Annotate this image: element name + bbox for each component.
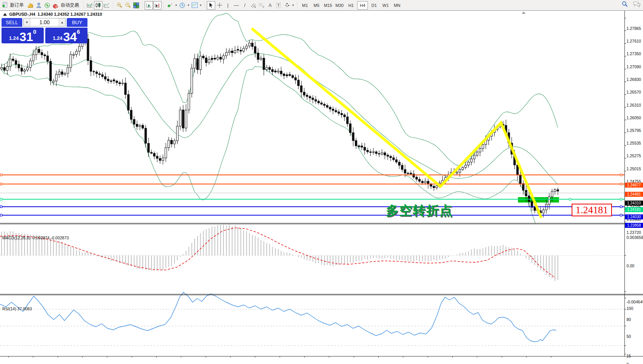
vertical-line-tool[interactable]: | xyxy=(224,1,232,10)
horizontal-line-tool[interactable]: — xyxy=(232,1,241,10)
fibonacci-icon: F xyxy=(259,2,265,8)
market-watch-button[interactable] xyxy=(26,1,35,10)
sell-price-big: 31 xyxy=(20,31,33,43)
volume-increase-button[interactable]: ▲ xyxy=(59,18,65,26)
timeframe-m1[interactable]: M1 xyxy=(300,1,310,10)
periods-clock-icon xyxy=(179,2,185,8)
chart-area[interactable]: GBPUSD-,H4 1.24340 1.24352 1.24267 1.243… xyxy=(0,10,643,364)
timeframe-m15[interactable]: M15 xyxy=(323,1,333,10)
line-chart-icon xyxy=(104,2,110,8)
y-tick-label: 1.25015 xyxy=(627,166,641,171)
line-chart-button[interactable] xyxy=(102,1,111,10)
timeframe-m30[interactable]: M30 xyxy=(334,1,345,10)
autotrading-label[interactable]: 自动交易 xyxy=(61,2,79,8)
trendline-tool[interactable]: / xyxy=(241,1,249,10)
search-icon[interactable] xyxy=(622,1,628,7)
y-tick-label: 1.23720 xyxy=(627,230,641,235)
macd-signal-line xyxy=(0,228,556,278)
volume-decrease-button[interactable]: ▼ xyxy=(24,18,30,26)
crosshair-tool-button[interactable] xyxy=(215,1,224,10)
rsi-level-label: 15 xyxy=(627,354,631,358)
signals-button[interactable] xyxy=(43,1,51,10)
data-window-icon xyxy=(36,2,42,8)
y-tick-label: 1.27350 xyxy=(627,51,641,56)
text-icon: A xyxy=(269,3,272,8)
autotrading-icon xyxy=(52,2,59,8)
chart-shift-button[interactable] xyxy=(153,1,162,10)
y-tick-label: 1.25275 xyxy=(627,153,641,158)
scroll-marker-icon xyxy=(522,12,526,14)
timeframe-mn[interactable]: MN xyxy=(392,1,402,10)
rsi-pane xyxy=(0,292,625,346)
indicators-button[interactable] xyxy=(166,1,174,10)
data-window-button[interactable] xyxy=(35,1,43,10)
market-watch-icon xyxy=(27,2,34,8)
timeframe-m5[interactable]: M5 xyxy=(311,1,322,10)
rsi-level-label: 100 xyxy=(627,306,633,311)
chat-icon[interactable] xyxy=(633,1,641,7)
y-tick-label: 1.27090 xyxy=(627,64,641,69)
label-tool[interactable]: T xyxy=(274,1,283,10)
sell-button[interactable]: SELL xyxy=(2,18,22,27)
volume-spinner: ▼ 1.00 ▲ xyxy=(23,18,66,26)
channel-icon: E xyxy=(250,2,256,8)
timeframe-group: M1M5M15M30H1H4D1W1MN xyxy=(299,0,403,10)
zoom-in-icon xyxy=(116,2,123,8)
volume-value[interactable]: 1.00 xyxy=(30,18,59,26)
periods-dropdown[interactable]: ▾ xyxy=(186,1,190,10)
price-line-label-1.24181: 1.24181 xyxy=(625,207,643,212)
arrows-dropdown[interactable]: ▾ xyxy=(291,1,295,10)
timeframe-w1[interactable]: W1 xyxy=(380,1,391,10)
zoom-out-button[interactable] xyxy=(124,1,132,10)
candlestick-chart-button[interactable] xyxy=(94,1,102,10)
templates-dropdown[interactable]: ▾ xyxy=(199,1,203,10)
new-order-label[interactable]: 新订单 xyxy=(10,2,24,8)
timeframe-h4[interactable]: H4 xyxy=(357,1,368,10)
new-order-button[interactable] xyxy=(1,1,9,10)
crosshair-icon xyxy=(217,2,223,8)
sell-price-prefix: 1.24 xyxy=(9,35,18,41)
y-tick-label: 1.26310 xyxy=(627,103,641,107)
price-line-label-1.24677: 1.24677 xyxy=(625,183,643,188)
autotrading-button[interactable] xyxy=(51,1,60,10)
tile-windows-button[interactable] xyxy=(132,1,140,10)
buy-price-big: 34 xyxy=(63,31,77,43)
templates-button[interactable] xyxy=(190,1,199,10)
periods-button[interactable] xyxy=(178,1,186,10)
text-tool[interactable]: A xyxy=(266,1,274,10)
bar-chart-button[interactable] xyxy=(86,1,94,10)
toolbar: 新订单 自动交易 xyxy=(0,0,643,10)
channel-tool[interactable]: E xyxy=(249,1,257,10)
price-line-label-1.23858: 1.23858 xyxy=(625,223,643,228)
price-line-label-1.24310: 1.24310 xyxy=(625,201,643,206)
auto-scroll-button[interactable] xyxy=(145,1,153,10)
zoom-out-icon xyxy=(125,2,131,8)
macd-label: MACD(12,26,9) -0.002874 -0.002873 xyxy=(2,236,69,240)
price-callout[interactable]: 1.24181 xyxy=(572,204,612,216)
fibonacci-tool[interactable]: F xyxy=(257,1,266,10)
buy-price-pip: 6 xyxy=(77,28,80,35)
macd-top-label: 0.003658 xyxy=(627,235,643,240)
toolbar-grip xyxy=(112,2,114,9)
y-tick-label: 1.26570 xyxy=(627,90,641,94)
toolbar-grip xyxy=(296,2,298,9)
y-tick-label: 1.26050 xyxy=(627,115,641,120)
vertical-line-icon: | xyxy=(227,2,228,8)
timeframe-h1[interactable]: H1 xyxy=(346,1,356,10)
rsi-label: RSI(14) 37.0083 xyxy=(2,306,32,311)
sell-price[interactable]: 1.24 31 0 xyxy=(2,28,44,43)
mt4-window: 新订单 自动交易 xyxy=(0,0,643,364)
buy-price[interactable]: 1.24 34 6 xyxy=(45,28,87,43)
bollinger-middle xyxy=(2,54,558,185)
zoom-in-button[interactable] xyxy=(115,1,124,10)
timeframe-d1[interactable]: D1 xyxy=(369,1,379,10)
chart-shift-icon xyxy=(154,2,160,8)
cursor-tool-button[interactable] xyxy=(207,1,215,10)
rsi-level-label: 0 xyxy=(627,362,629,364)
buy-button[interactable]: BUY xyxy=(67,18,87,27)
arrows-tool[interactable] xyxy=(283,1,291,10)
indicators-dropdown[interactable]: ▾ xyxy=(174,1,178,10)
chart-ohlc: 1.24340 1.24352 1.24267 1.24310 xyxy=(38,12,102,16)
sell-price-pip: 0 xyxy=(33,28,36,35)
symbol-collapse-icon[interactable] xyxy=(3,13,7,16)
